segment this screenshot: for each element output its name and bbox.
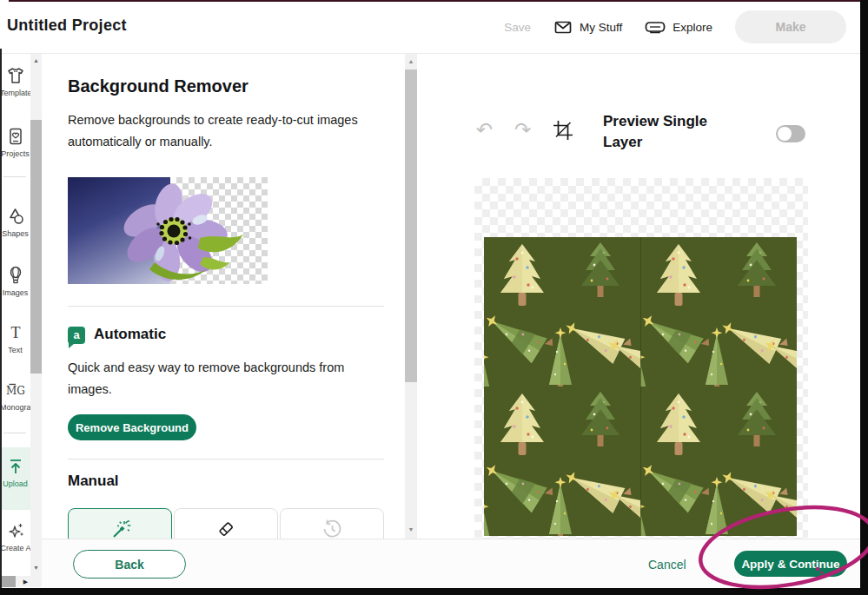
sidebar-label: Monogram [0,403,30,412]
sparkle-icon [6,521,25,540]
svg-text:T: T [10,324,20,341]
magic-wand-icon [109,518,131,539]
undo-button[interactable]: ↶ [476,118,493,142]
magic-wand-tool-button[interactable] [68,508,172,539]
sidebar-label: Shapes [0,229,30,238]
back-button[interactable]: Back [73,550,186,578]
shapes-icon [6,207,25,226]
my-stuff-label: My Stuff [580,21,622,34]
sidebar-label: Text [0,346,30,354]
sidebar-scrollbar-thumb[interactable] [30,120,42,374]
sidebar-item-monogram[interactable]: MG Monogram [0,380,30,412]
toggle-knob [778,127,792,141]
sidebar-item-shapes[interactable]: Shapes [0,207,30,238]
sidebar-label: Templates [0,89,30,97]
preview-area: ↶ ↷ Preview Single Layer [417,54,860,539]
sidebar: Templates Projects Shapes [0,54,30,588]
sidebar-divider [3,433,26,433]
automatic-badge: a [68,327,85,344]
sidebar-item-templates[interactable]: Templates [0,66,30,97]
cancel-link[interactable]: Cancel [648,558,686,572]
sidebar-scrollbar[interactable]: ▲ ▼ [30,54,42,576]
monogram-icon: MG [6,380,25,400]
preview-image-tree-pattern[interactable] [484,237,797,536]
window-border-left [0,49,2,588]
flower-image [68,177,268,284]
svg-text:MG: MG [6,385,25,397]
automatic-description: Quick and easy way to remove backgrounds… [68,357,374,400]
apply-continue-button[interactable]: Apply & Continue [734,551,847,577]
explore-button[interactable]: Explore [645,18,712,36]
restore-tool-button[interactable] [280,508,384,539]
panel-description: Remove backgrounds to create ready-to-cu… [68,109,374,152]
sidebar-label: Images [0,288,30,297]
manual-title: Manual [68,473,119,490]
section-divider [68,306,384,307]
sidebar-hscrollbar[interactable]: ▶ [0,576,42,587]
explore-label: Explore [673,21,712,34]
redo-icon: ↷ [514,118,531,141]
window-border-bottom [0,588,868,595]
eraser-tool-button[interactable] [174,508,278,539]
remove-background-button[interactable]: Remove Background [68,414,196,440]
make-button[interactable]: Make [735,10,846,43]
app-header: Untitled Project Save My Stuff Explore M… [0,0,860,54]
preview-single-layer-label: Preview Single Layer [603,111,742,153]
upload-icon [6,457,25,476]
restore-history-icon [321,518,343,539]
sidebar-item-projects[interactable]: Projects [0,127,30,158]
crop-button[interactable] [551,118,575,145]
scroll-down-icon[interactable]: ▼ [30,563,42,573]
text-icon: T [6,323,25,342]
cricut-machine-icon [645,18,666,36]
redo-button[interactable]: ↷ [514,118,531,142]
sample-image [68,177,268,284]
app-window: Untitled Project Save My Stuff Explore M… [0,0,868,595]
project-title[interactable]: Untitled Project [7,17,127,35]
background-remover-panel: Background Remover Remove backgrounds to… [42,54,405,539]
scroll-up-icon[interactable]: ▲ [405,56,417,67]
scroll-down-icon[interactable]: ▼ [405,525,417,535]
my-stuff-button[interactable]: My Stuff [553,18,622,36]
header-actions: Save My Stuff Explore Make [504,0,846,54]
panel-scrollbar-thumb[interactable] [405,69,417,382]
undo-icon: ↶ [476,118,493,141]
sidebar-item-images[interactable]: Images [0,266,30,297]
manual-tool-row [68,508,384,539]
preview-single-layer-toggle[interactable] [776,125,805,142]
sidebar-divider [3,176,26,177]
automatic-title: Automatic [94,326,166,343]
window-border-right [860,0,868,595]
project-journal-icon [6,127,25,146]
sidebar-label: Upload [0,479,30,488]
sidebar-label: Projects [0,149,30,158]
scroll-right-icon[interactable]: ▶ [20,576,31,587]
hot-air-balloon-icon [6,266,25,285]
panel-scrollbar[interactable]: ▲ ▼ [405,54,417,539]
save-button[interactable]: Save [504,21,531,34]
window-border-top [9,0,860,2]
crop-icon [551,118,575,142]
panel-title: Background Remover [68,76,248,96]
sidebar-item-text[interactable]: T Text [0,323,30,354]
eraser-icon [215,518,237,539]
scroll-up-icon[interactable]: ▲ [30,56,42,66]
tshirt-icon [6,66,25,85]
sidebar-item-create[interactable]: Create A [0,521,30,552]
section-divider [68,459,384,459]
sidebar-item-upload[interactable]: Upload [0,457,30,488]
envelope-icon [553,18,573,36]
sidebar-hscrollbar-thumb[interactable] [0,576,16,587]
footer-bar: Back Cancel Apply & Continue [42,539,860,588]
